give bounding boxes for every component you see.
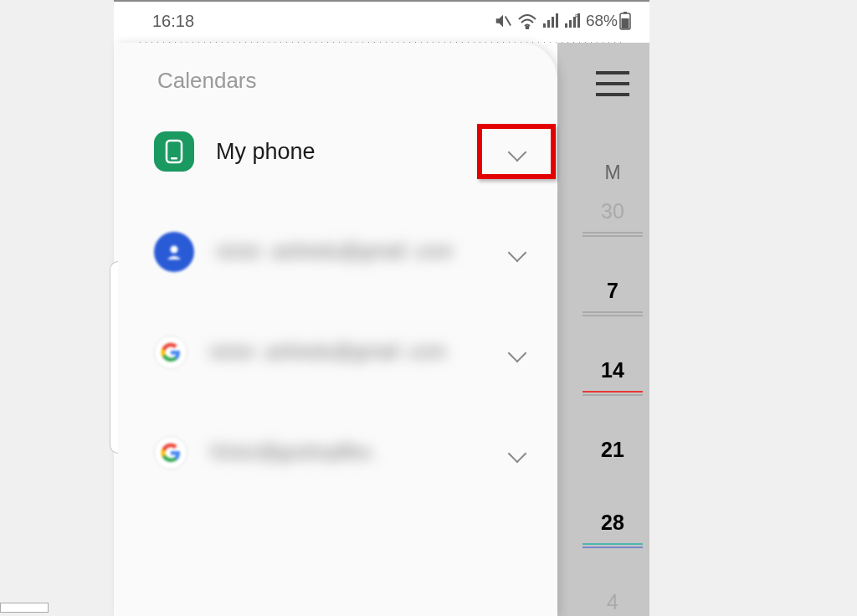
account-expand-button[interactable] (489, 231, 544, 273)
calendar-day-header: M (582, 162, 643, 184)
account-row[interactable]: victor .ashiedu@gmail .com (114, 231, 557, 273)
svg-line-0 (505, 17, 511, 26)
phone-screen: 16:18 R 68% M 3071421284 Calendars My ph… (114, 0, 649, 616)
status-time: 16:18 (152, 12, 194, 31)
status-icons: R 68% (494, 12, 631, 30)
browser-status-fragment (0, 603, 49, 613)
signal-icon (542, 13, 559, 28)
wifi-icon (517, 13, 537, 29)
svg-rect-6 (565, 23, 567, 28)
chevron-down-icon (507, 343, 526, 362)
svg-rect-5 (556, 13, 558, 28)
account-label: My phone (216, 139, 489, 165)
calendar-day[interactable]: 28 (582, 507, 643, 545)
svg-rect-13 (622, 18, 629, 28)
account-row[interactable]: victor .ashiedu@gmail .com (114, 331, 557, 373)
mute-icon (494, 12, 512, 30)
account-expand-button[interactable] (489, 331, 544, 373)
svg-rect-2 (543, 23, 546, 28)
phone-icon (154, 131, 194, 172)
svg-rect-15 (171, 157, 177, 160)
chevron-down-icon (507, 142, 526, 161)
account-label: victor .ashiedu@gmail .com (209, 339, 489, 365)
account-row[interactable]: Victor@goshopflex. (114, 432, 557, 474)
svg-rect-7 (569, 20, 572, 28)
calendar-background: M 3071421284 (557, 43, 649, 616)
my-phone-expand-button[interactable] (489, 131, 544, 172)
google-icon (154, 336, 187, 369)
svg-text:R: R (575, 13, 580, 20)
menu-button[interactable] (596, 71, 629, 96)
calendar-day[interactable]: 30 (582, 196, 643, 234)
contacts-icon (154, 232, 194, 272)
battery-level: 68% (586, 12, 631, 30)
battery-icon (619, 12, 631, 30)
account-label: Victor@goshopflex. (209, 439, 489, 465)
account-row-my-phone[interactable]: My phone (114, 131, 557, 172)
account-label: victor .ashiedu@gmail .com (216, 239, 489, 264)
chevron-down-icon (507, 243, 526, 261)
panel-title: Calendars (157, 68, 557, 94)
calendars-panel: Calendars My phonevictor .ashiedu@gmail … (114, 43, 557, 616)
chevron-down-icon (507, 444, 526, 462)
google-icon (154, 436, 187, 470)
svg-point-1 (526, 27, 529, 29)
svg-rect-3 (547, 20, 550, 28)
account-expand-button[interactable] (489, 432, 544, 474)
calendar-day[interactable]: 7 (582, 275, 643, 313)
calendar-day[interactable]: 21 (582, 434, 643, 465)
signal-r-icon: R (564, 13, 581, 28)
calendar-day[interactable]: 14 (582, 355, 643, 393)
edge-panel-handle[interactable] (110, 261, 118, 454)
svg-point-16 (171, 246, 178, 254)
calendar-day[interactable]: 4 (582, 587, 643, 616)
calendar-column: M 3071421284 (582, 162, 643, 616)
status-bar: 16:18 R 68% (114, 2, 649, 40)
svg-rect-4 (552, 17, 554, 28)
